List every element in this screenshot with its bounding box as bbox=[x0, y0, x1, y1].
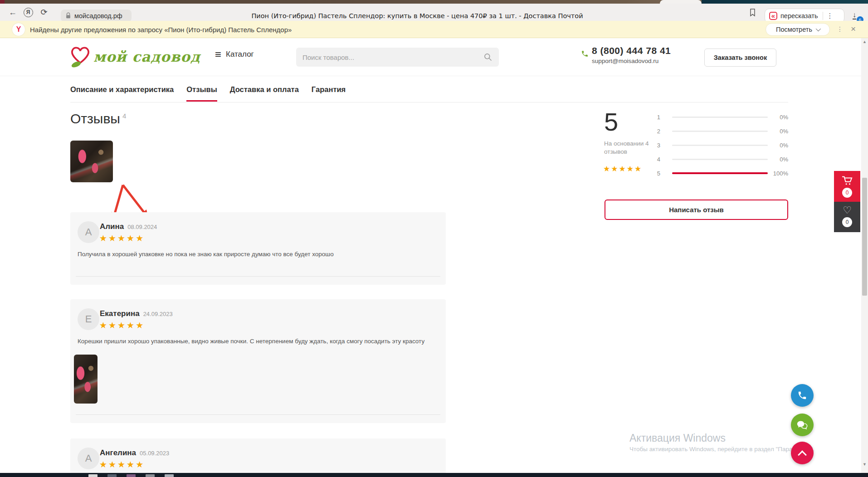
scroll-up-arrow[interactable]: ▲ bbox=[861, 39, 868, 44]
yandex-offers-bar: Y Найдены другие предложения по запросу … bbox=[0, 21, 868, 38]
url-text: мойсадовод.рф bbox=[74, 12, 122, 19]
chat-icon bbox=[797, 420, 808, 430]
review-stars: ★★★★★ bbox=[99, 320, 145, 331]
windows-activation-subtitle: Чтобы активировать Windows, перейдите в … bbox=[629, 446, 814, 453]
notification-close-icon[interactable]: × bbox=[851, 24, 856, 34]
call-fab[interactable] bbox=[791, 384, 814, 407]
tab-reviews[interactable]: Отзывы bbox=[186, 85, 217, 102]
avatar: А bbox=[78, 448, 99, 469]
review-card: А Алина 08.09.2024 ★★★★★ Получила в хоро… bbox=[70, 212, 446, 285]
review-text: Получила в хорошей упаковке но пока не з… bbox=[78, 251, 436, 258]
bookmark-icon[interactable] bbox=[746, 4, 758, 21]
review-card: А Ангелина 05.09.2023 ★★★★★ bbox=[70, 438, 446, 477]
back-icon[interactable]: ← bbox=[7, 4, 18, 21]
scroll-top-fab[interactable] bbox=[791, 442, 814, 464]
reviewer-name: Алина bbox=[100, 222, 124, 231]
distribution-row: 1 0% bbox=[654, 110, 788, 124]
refresh-icon[interactable]: ⟳ bbox=[38, 4, 50, 21]
scrollbar-thumb[interactable] bbox=[862, 178, 867, 296]
site-logo[interactable]: мой садовод bbox=[68, 44, 200, 70]
taskbar-icon[interactable] bbox=[107, 474, 117, 477]
distribution-row: 3 0% bbox=[654, 138, 788, 152]
review-date: 08.09.2024 bbox=[127, 224, 157, 230]
search-placeholder: Поиск товаров... bbox=[302, 54, 483, 61]
reviewer-name: Екатерина bbox=[100, 309, 140, 318]
browser-toolbar: ← Я ⟳ мойсадовод.рф Пион (Ито-гибрид) Па… bbox=[0, 4, 868, 21]
heart-icon: ♡ bbox=[843, 205, 852, 215]
yandex-y-icon: Y bbox=[12, 23, 25, 36]
rating-distribution: 1 0% 2 0% 3 0% 4 0% 5 100% bbox=[654, 110, 788, 180]
retell-menu-icon[interactable]: ⋮ bbox=[826, 12, 833, 20]
avatar: А bbox=[78, 221, 99, 243]
yandex-icon: Я bbox=[24, 8, 33, 17]
catalog-label: Каталог bbox=[226, 50, 254, 59]
cart-button[interactable]: 0 bbox=[834, 171, 860, 202]
browser-tab-top[interactable] bbox=[660, 0, 702, 4]
avatar: Е bbox=[78, 308, 99, 330]
site-header: мой садовод ≡ Каталог Поиск товаров... 8… bbox=[0, 38, 868, 76]
distribution-row: 4 0% bbox=[654, 152, 788, 166]
windows-activation-title: Активация Windows bbox=[629, 432, 726, 444]
divider bbox=[823, 12, 823, 20]
rating-average: 5 bbox=[604, 107, 618, 136]
lock-icon bbox=[65, 12, 71, 19]
retell-label: пересказать bbox=[780, 12, 818, 19]
favorites-button[interactable]: ♡ 0 bbox=[834, 202, 860, 232]
review-text: Корешки пришли хорошо упакованные, видно… bbox=[78, 338, 436, 345]
scroll-down-arrow[interactable]: ▼ bbox=[861, 462, 868, 467]
reviews-count: 4 bbox=[122, 112, 126, 120]
rating-stars: ★★★★★ bbox=[603, 164, 642, 174]
search-icon[interactable] bbox=[483, 53, 493, 62]
retell-icon: « bbox=[769, 12, 777, 20]
chat-fab[interactable] bbox=[791, 414, 814, 436]
review-stars: ★★★★★ bbox=[99, 233, 145, 243]
catalog-button[interactable]: ≡ Каталог bbox=[215, 50, 254, 59]
callback-button[interactable]: Заказать звонок bbox=[704, 49, 776, 67]
distribution-row: 2 0% bbox=[654, 124, 788, 138]
review-photo-thumbnail[interactable] bbox=[74, 355, 98, 404]
support-email[interactable]: support@moisadovod.ru bbox=[592, 58, 671, 64]
phone-icon bbox=[797, 390, 807, 400]
download-icon: ↓ bbox=[853, 11, 856, 19]
review-date: 05.09.2023 bbox=[140, 450, 169, 457]
address-bar[interactable]: мойсадовод.рф bbox=[61, 10, 132, 22]
yandex-smart-button[interactable]: Я bbox=[22, 4, 34, 21]
search-input[interactable]: Поиск товаров... bbox=[296, 48, 499, 67]
logo-text: мой садовод bbox=[93, 49, 200, 65]
divider bbox=[76, 276, 440, 277]
review-stars: ★★★★★ bbox=[99, 459, 145, 470]
cart-count-badge: 0 bbox=[842, 188, 852, 198]
tab-description[interactable]: Описание и характеристика bbox=[70, 85, 174, 102]
divider bbox=[76, 414, 440, 415]
tab-delivery[interactable]: Доставка и оплата bbox=[230, 85, 299, 102]
rating-based-on: На основании 4 отзывов bbox=[604, 140, 656, 156]
review-card: Е Екатерина 24.09.2023 ★★★★★ Корешки при… bbox=[70, 299, 446, 423]
reviewer-name: Ангелина bbox=[100, 448, 136, 458]
logo-heart-icon bbox=[68, 44, 93, 70]
taskbar-icon[interactable] bbox=[146, 474, 155, 477]
browser-page-title: Пион (Ито-гибрид) Пастель Сплендор: купи… bbox=[254, 10, 580, 22]
window-top-accent bbox=[0, 0, 5, 4]
taskbar-icon[interactable] bbox=[127, 474, 136, 477]
chevron-up-icon bbox=[798, 450, 807, 459]
page-scrollbar[interactable]: ▲ ▼ bbox=[861, 38, 868, 473]
phone-number[interactable]: 8 (800) 444 78 41 bbox=[592, 45, 671, 56]
hamburger-icon: ≡ bbox=[215, 50, 221, 59]
reviews-title: Отзывы4 bbox=[70, 111, 126, 127]
view-offers-button[interactable]: Посмотреть bbox=[766, 23, 830, 36]
view-offers-label: Посмотреть bbox=[776, 26, 812, 33]
product-tabs: Описание и характеристика Отзывы Доставк… bbox=[70, 85, 346, 102]
window-top-right bbox=[702, 0, 868, 4]
windows-taskbar-edge bbox=[0, 473, 868, 477]
review-date: 24.09.2023 bbox=[143, 311, 173, 317]
taskbar-icon[interactable] bbox=[88, 474, 98, 477]
write-review-button[interactable]: Написать отзыв bbox=[605, 200, 788, 220]
taskbar-icon[interactable] bbox=[165, 474, 174, 477]
chevron-down-icon bbox=[816, 26, 821, 31]
phone-icon bbox=[581, 50, 589, 59]
cart-icon bbox=[841, 175, 853, 185]
notification-menu-icon[interactable]: ⋮ bbox=[837, 25, 843, 33]
favorites-count-badge: 0 bbox=[842, 217, 852, 227]
tab-warranty[interactable]: Гарантия bbox=[312, 85, 346, 102]
review-photo-thumbnail[interactable] bbox=[70, 141, 113, 182]
